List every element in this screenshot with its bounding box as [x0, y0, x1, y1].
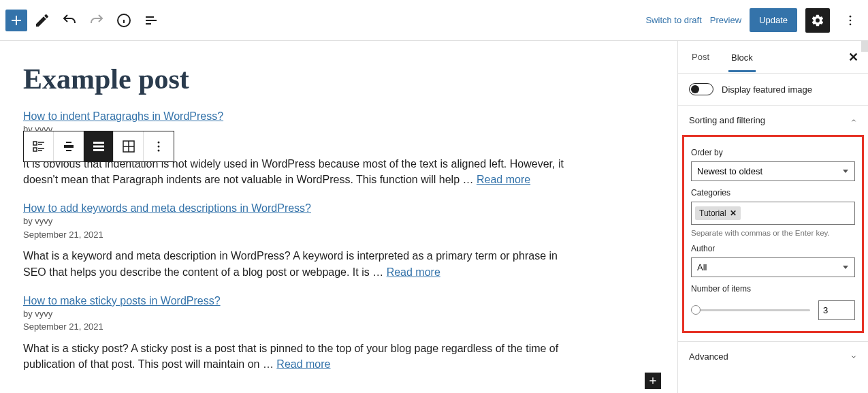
update-button[interactable]: Update — [750, 8, 797, 32]
svg-point-1 — [850, 15, 852, 17]
categories-input[interactable]: Tutorial ✕ — [691, 202, 855, 225]
post-date: September 21, 2021 — [23, 228, 654, 242]
read-more-link[interactable]: Read more — [387, 266, 440, 278]
layout-full-icon[interactable] — [84, 131, 114, 161]
remove-category-icon[interactable]: ✕ — [730, 208, 737, 218]
category-chip: Tutorial ✕ — [695, 206, 741, 220]
outline-icon[interactable] — [139, 8, 163, 33]
redo-icon[interactable] — [84, 8, 109, 33]
featured-image-label: Display featured image — [722, 84, 812, 95]
post-excerpt: What is a sticky post? A sticky post is … — [23, 341, 581, 372]
preview-link[interactable]: Preview — [710, 15, 741, 25]
svg-rect-5 — [33, 148, 37, 151]
categories-help-text: Separate with commas or the Enter key. — [691, 229, 855, 237]
info-icon[interactable] — [112, 8, 136, 33]
toolbar-right: Switch to draft Preview Update — [645, 8, 863, 33]
sidebar-tabs: Post Block ✕ — [678, 41, 868, 74]
read-more-link[interactable]: Read more — [477, 174, 530, 185]
sorting-filtering-header[interactable]: Sorting and filtering — [678, 106, 868, 135]
tab-block[interactable]: Block — [728, 43, 756, 72]
layout-grid-icon[interactable] — [114, 131, 144, 161]
svg-rect-8 — [66, 150, 71, 151]
category-chip-label: Tutorial — [699, 208, 726, 218]
chevron-down-icon — [850, 353, 857, 360]
sorting-filtering-label: Sorting and filtering — [689, 115, 765, 125]
layout-list-icon[interactable] — [24, 131, 54, 161]
toolbar-left — [5, 8, 163, 33]
order-by-label: Order by — [691, 148, 855, 157]
post-title-link[interactable]: How to indent Paragraghs in WordPress? — [23, 110, 223, 122]
categories-label: Categories — [691, 188, 855, 198]
switch-to-draft-link[interactable]: Switch to draft — [645, 15, 701, 25]
post-excerpt: What is a keyword and meta description i… — [23, 248, 581, 279]
advanced-label: Advanced — [689, 351, 728, 362]
editor-canvas[interactable]: Example post How to indent Paragraghs in… — [0, 41, 677, 393]
post-date: September 21, 2021 — [23, 320, 654, 334]
add-block-inline-button[interactable] — [645, 373, 661, 389]
block-toolbar — [23, 131, 174, 162]
slider-thumb[interactable] — [691, 305, 701, 315]
svg-point-15 — [158, 150, 160, 152]
post-title[interactable]: Example post — [23, 63, 654, 95]
author-label: Author — [691, 244, 855, 253]
svg-rect-10 — [93, 146, 104, 148]
svg-rect-4 — [33, 142, 37, 145]
svg-point-14 — [158, 146, 160, 148]
add-block-button[interactable] — [5, 10, 27, 31]
advanced-header[interactable]: Advanced — [678, 341, 868, 371]
number-of-items-label: Number of items — [691, 284, 855, 294]
svg-rect-9 — [93, 142, 104, 144]
close-sidebar-icon[interactable]: ✕ — [848, 50, 858, 65]
order-by-select[interactable]: Newest to oldest — [691, 161, 855, 181]
settings-button[interactable] — [805, 8, 830, 33]
svg-rect-11 — [93, 149, 104, 151]
settings-sidebar: Post Block ✕ Display featured image Sort… — [677, 41, 868, 393]
svg-point-3 — [850, 23, 852, 25]
top-toolbar: Switch to draft Preview Update — [0, 0, 868, 41]
svg-point-13 — [158, 142, 160, 144]
items-slider[interactable] — [691, 309, 810, 311]
items-number-input[interactable] — [818, 300, 855, 320]
author-select[interactable]: All — [691, 257, 855, 277]
highlighted-settings-box: Order by Newest to oldest Categories Tut… — [682, 135, 864, 333]
more-options-button[interactable] — [838, 8, 863, 33]
undo-icon[interactable] — [57, 8, 82, 33]
svg-rect-7 — [66, 142, 71, 143]
post-title-link[interactable]: How to add keywords and meta description… — [23, 202, 311, 214]
svg-point-2 — [850, 19, 852, 21]
featured-image-row: Display featured image — [678, 74, 868, 106]
edit-icon[interactable] — [30, 8, 54, 33]
post-author: by vyvy — [23, 307, 654, 321]
layout-center-icon[interactable] — [54, 131, 84, 161]
svg-rect-6 — [64, 145, 74, 148]
read-more-link[interactable]: Read more — [276, 358, 330, 370]
tab-post[interactable]: Post — [689, 42, 712, 72]
post-author: by vyvy — [23, 215, 654, 228]
post-list-item: How to make sticky posts in WordPress? b… — [23, 295, 654, 372]
chevron-up-icon — [850, 117, 857, 124]
featured-image-toggle[interactable] — [689, 83, 713, 95]
block-more-icon[interactable] — [144, 131, 174, 161]
post-title-link[interactable]: How to make sticky posts in WordPress? — [23, 295, 221, 306]
post-list-item: How to add keywords and meta description… — [23, 202, 654, 279]
